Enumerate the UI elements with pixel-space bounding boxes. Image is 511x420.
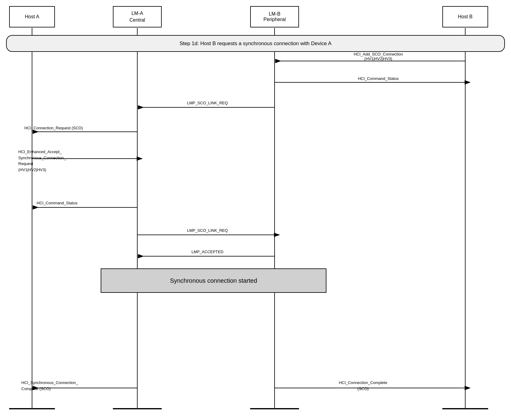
msg-label-9: HCI_Synchronous_Connection_Complete (SCO… [21, 380, 113, 392]
msg-label-10: HCI_Connection_Complete(SCO) [302, 380, 424, 392]
actor-host-b: Host B [442, 6, 488, 27]
step-banner: Step 1d: Host B requests a synchronous c… [6, 35, 505, 52]
msg-label-7: LMP_SCO_LINK_REQ [156, 228, 259, 233]
actor-lm-b: LM-B Peripheral [250, 6, 299, 27]
msg-label-6: HCI_Command_Status [37, 201, 125, 205]
msg-label-2: HCI_Command_Status [320, 76, 436, 81]
status-box: Synchronous connection started [101, 268, 326, 293]
actor-lm-a: LM-A Central [113, 6, 162, 27]
msg-label-5: HCI_Enhanced_Accept_Synchronous_Connecti… [18, 149, 104, 173]
msg-label-3: LMP_SCO_LINK_REQ [156, 101, 259, 105]
msg-label-4: HCI_Connection_Request (SCO) [24, 126, 128, 130]
msg-label-1: HCI_Add_SCO_Connection(HV1|HV2|HV3) [320, 52, 436, 61]
sequence-diagram: Host A LM-A Central LM-B Peripheral Host… [0, 0, 511, 420]
actor-host-a: Host A [9, 6, 55, 27]
msg-label-8: LMP_ACCEPTED [156, 249, 259, 254]
